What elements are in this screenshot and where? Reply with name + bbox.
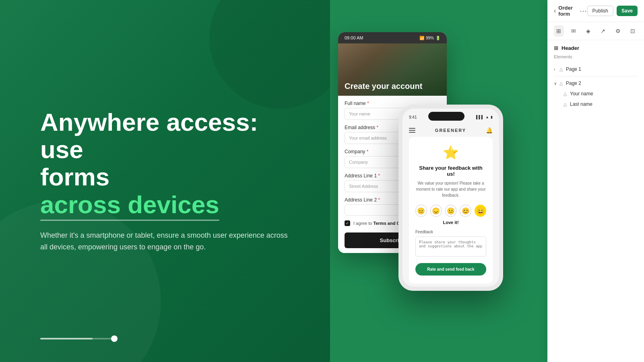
sidebar-icon-row: ⊞ ✉ ◈ ↗ ⚙ ⊡: [547, 22, 644, 40]
terms-checkbox[interactable]: [345, 220, 350, 226]
feedback-section: Feedback: [415, 230, 486, 258]
progress-fill: [40, 338, 93, 339]
required-marker: *: [378, 173, 380, 179]
hero-description: Whether it's a smartphone or tablet, ens…: [40, 230, 290, 253]
phone-status-bar: 9:41 ▌▌▌ ▲ ▮: [402, 109, 499, 124]
tablet-status-icons: 📶 99% 🔋: [419, 36, 440, 40]
feedback-textarea[interactable]: [415, 237, 486, 257]
progress-track: [40, 338, 113, 339]
signal-icon: ▌▌▌: [476, 115, 484, 119]
cursor-icon[interactable]: ↗: [598, 25, 608, 37]
hamburger-icon[interactable]: [409, 128, 415, 133]
required-marker: *: [376, 125, 378, 130]
hero-title: Anywhere access: use forms across device…: [40, 109, 290, 218]
tablet-hero-title: Create your account: [345, 81, 422, 91]
more-options-icon[interactable]: ···: [580, 7, 587, 15]
phone-status-icons: ▌▌▌ ▲ ▮: [476, 115, 493, 119]
feedback-title: Share your feedback with us!: [415, 165, 486, 177]
tablet-status-bar: 09:00 AM 📶 99% 🔋: [338, 32, 447, 43]
phone-content-wrapper: ⭐ Share your feedback with us! We value …: [402, 137, 499, 287]
battery-icon: 🔋: [436, 36, 440, 40]
field-icon: △: [564, 102, 567, 107]
phone-time: 9:41: [409, 115, 417, 119]
right-panel: 09:00 AM 📶 99% 🔋 Create your account Ful…: [330, 0, 644, 362]
phone-inner: 9:41 ▌▌▌ ▲ ▮ GREENERY 🔔: [402, 109, 499, 287]
sidebar-topbar: ‹ Order form ··· Publish Save: [547, 0, 644, 22]
tree-item-page2[interactable]: ∨ △ Page 2 ⎘ ⋮: [554, 78, 638, 88]
pin-icon[interactable]: ◈: [583, 25, 593, 37]
chevron-left-icon: ‹: [554, 7, 556, 14]
tree-item-lastname[interactable]: △ Last name: [554, 99, 638, 109]
more-icon[interactable]: ⋮: [633, 81, 638, 86]
copy-icon[interactable]: ⎘: [629, 67, 632, 72]
tablet-hero-image: Create your account: [338, 43, 447, 96]
emoji-row: 😐 😞 😐 😊 😄: [415, 205, 486, 217]
progress-bar[interactable]: [40, 335, 118, 342]
chevron-down-icon: ∨: [554, 81, 559, 86]
chevron-right-icon: ›: [554, 67, 559, 72]
copy-icon[interactable]: ⎘: [629, 81, 632, 86]
love-label: Love it!: [415, 220, 486, 225]
sidebar-back-button[interactable]: ‹ Order form ···: [554, 5, 587, 17]
gear-icon[interactable]: ⚙: [613, 25, 623, 37]
phone-notch: [428, 112, 464, 121]
divider: [554, 76, 638, 76]
elements-section: Elements › △ Page 1 ⎘ ⋮ ∨ △ Page 2: [547, 54, 644, 109]
lastname-label: Last name: [570, 101, 638, 107]
wifi-icon: 📶: [419, 36, 424, 40]
phone-content: ⭐ Share your feedback with us! We value …: [409, 137, 493, 284]
battery-icon: ▮: [491, 115, 493, 119]
tree-item-page1[interactable]: › △ Page 1 ⎘ ⋮: [554, 64, 638, 74]
phone-top-bar: GREENERY 🔔: [402, 124, 499, 137]
left-panel: Anywhere access: use forms across device…: [0, 0, 330, 362]
star-icon: ⭐: [415, 145, 486, 160]
more-icon[interactable]: ⋮: [633, 67, 638, 72]
yourname-label: Your name: [570, 91, 638, 97]
layers-icon[interactable]: ⊡: [627, 25, 638, 37]
required-marker: *: [367, 101, 369, 106]
emoji-very-bad[interactable]: 😐: [415, 205, 427, 217]
phone-brand: GREENERY: [435, 128, 466, 133]
sidebar-title: Order form: [558, 5, 577, 17]
mail-icon[interactable]: ✉: [569, 25, 579, 37]
progress-dot: [111, 335, 118, 342]
wifi-icon: ▲: [485, 115, 489, 119]
required-marker: *: [378, 197, 380, 203]
publish-button[interactable]: Publish: [587, 6, 613, 16]
rate-button[interactable]: Rate and send feed back: [415, 263, 486, 276]
tablet-time: 09:00 AM: [345, 35, 363, 40]
required-marker: *: [367, 149, 369, 154]
bell-icon[interactable]: 🔔: [486, 127, 493, 134]
save-button[interactable]: Save: [617, 6, 638, 16]
feedback-description: We value your opinion! Please take a mom…: [415, 180, 486, 198]
elements-label: Elements: [554, 54, 638, 59]
page1-label: Page 1: [566, 66, 629, 72]
tree-item-yourname[interactable]: △ Your name: [554, 88, 638, 99]
sidebar-header: ⊞ Header: [547, 40, 644, 54]
right-sidebar: ‹ Order form ··· Publish Save ⊞ ✉ ◈ ↗ ⚙ …: [547, 0, 644, 362]
feedback-label: Feedback: [415, 230, 486, 234]
emoji-bad[interactable]: 😞: [430, 205, 442, 217]
emoji-neutral[interactable]: 😐: [445, 205, 457, 217]
phone-mockup: 9:41 ▌▌▌ ▲ ▮ GREENERY 🔔: [398, 105, 503, 291]
emoji-good[interactable]: 😊: [460, 205, 471, 217]
field-icon: △: [564, 91, 567, 97]
page-icon: △: [559, 81, 563, 86]
page2-label: Page 2: [566, 80, 629, 86]
emoji-love[interactable]: 😄: [475, 205, 486, 217]
hero-highlight: across devices: [40, 191, 219, 218]
header-icon: ⊞: [554, 45, 558, 51]
page-icon: △: [559, 67, 563, 72]
sidebar-actions: Publish Save: [587, 6, 638, 16]
grid-icon[interactable]: ⊞: [554, 25, 564, 37]
